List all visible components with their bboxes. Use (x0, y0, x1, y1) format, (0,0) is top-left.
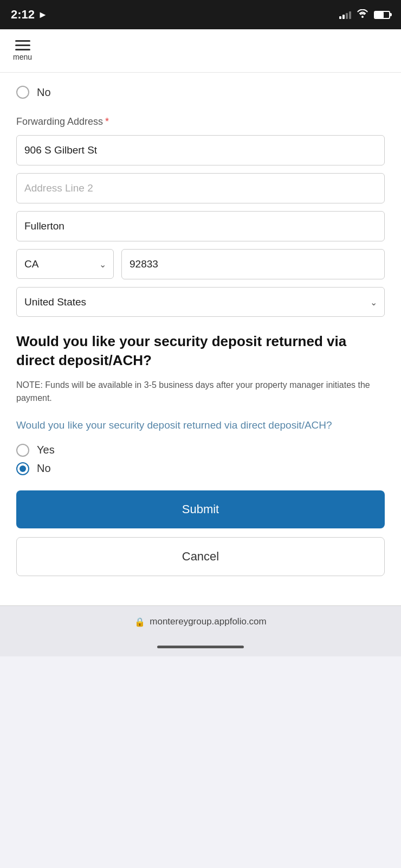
menu-label: menu (13, 53, 32, 61)
home-line (157, 646, 244, 648)
top-no-radio-label: No (37, 86, 51, 99)
top-no-radio-circle[interactable] (16, 86, 29, 99)
home-indicator (0, 638, 401, 656)
state-select-wrap: CA AL AK AZ AR CO FL TX NY ⌄ (16, 249, 114, 279)
country-select-wrap: United States Canada Mexico United Kingd… (16, 287, 385, 317)
status-icons (339, 9, 390, 20)
address-line2-input[interactable] (16, 173, 385, 203)
address-line1-input[interactable] (16, 135, 385, 165)
lock-icon: 🔒 (134, 617, 145, 627)
location-icon: ► (38, 9, 48, 21)
domain-text: montereygroup.appfolio.com (150, 616, 266, 627)
deposit-yes-radio-circle[interactable] (16, 444, 29, 457)
deposit-question: Would you like your security deposit ret… (16, 418, 385, 433)
signal-icon (339, 10, 351, 19)
forwarding-address-label: Forwarding Address* (16, 116, 385, 127)
deposit-title: Would you like your security deposit ret… (16, 332, 385, 370)
zip-input[interactable] (121, 249, 385, 279)
status-bar: 2:12 ► (0, 0, 401, 29)
state-zip-row: CA AL AK AZ AR CO FL TX NY ⌄ (16, 249, 385, 279)
submit-button[interactable]: Submit (16, 490, 385, 528)
deposit-no-radio-item[interactable]: No (16, 462, 385, 475)
forwarding-address-section: Forwarding Address* CA AL AK AZ AR CO FL… (16, 116, 385, 317)
deposit-no-radio-circle[interactable] (16, 462, 29, 475)
state-select[interactable]: CA AL AK AZ AR CO FL TX NY (16, 249, 114, 279)
required-star: * (105, 116, 109, 127)
deposit-no-label: No (37, 462, 51, 475)
deposit-note: NOTE: Funds will be available in 3-5 bus… (16, 379, 385, 405)
top-no-radio-item[interactable]: No (16, 86, 385, 99)
city-input[interactable] (16, 211, 385, 241)
top-radio-group: No (16, 86, 385, 99)
deposit-yes-radio-item[interactable]: Yes (16, 444, 385, 457)
menu-button[interactable]: menu (13, 40, 32, 61)
main-content: No Forwarding Address* CA AL AK AZ AR CO… (0, 73, 401, 605)
deposit-yes-label: Yes (37, 444, 55, 456)
country-select[interactable]: United States Canada Mexico United Kingd… (16, 287, 385, 317)
nav-bar: menu (0, 29, 401, 73)
cancel-button[interactable]: Cancel (16, 537, 385, 576)
wifi-icon (357, 9, 368, 20)
status-time: 2:12 ► (11, 8, 48, 22)
battery-icon (374, 11, 390, 19)
deposit-section: Would you like your security deposit ret… (16, 332, 385, 475)
bottom-bar: 🔒 montereygroup.appfolio.com (0, 605, 401, 638)
